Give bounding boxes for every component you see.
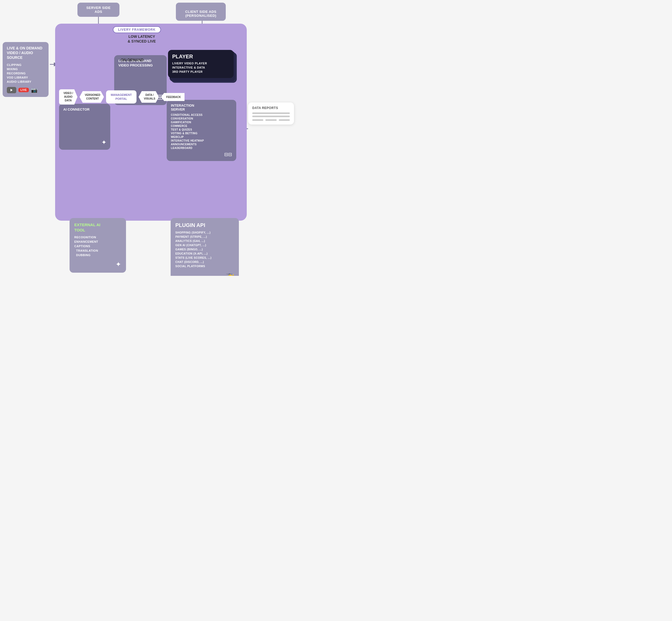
source-item-mixing: MIXING — [7, 68, 44, 71]
interaction-item-2: CONVERSATION — [171, 117, 232, 120]
interaction-item-10: LEADERBOARD — [171, 147, 232, 150]
plugin-item-5: GAMES (BINGO, ...) — [175, 248, 234, 251]
camera-icon: 📷 — [31, 87, 38, 93]
plugin-item-4: GEN AI (CHATGPT, ...) — [175, 244, 234, 247]
player-box: PLAYER LIVERY VIDEO PLAYER INTERACTIVE &… — [168, 50, 234, 78]
source-title: LIVE & ON DEMANDVIDEO / AUDIOSOURCE — [7, 46, 44, 60]
banner-row: VIDEO /AUDIODATA VERSIONEDCONTENT MANAGE… — [59, 89, 184, 105]
interaction-server-title: INTERACTIONSERVER — [171, 104, 232, 111]
interaction-item-6: VOTING & BETTING — [171, 132, 232, 135]
ai-connector-title: AI CONNECTOR — [63, 108, 106, 111]
client-side-ads-box: CLIENT SIDE ADS(PERSONALISED) — [176, 3, 226, 21]
external-ai-item-2: ENHANCEMENT — [74, 240, 121, 243]
plugin-item-7: STATS (LIVE SCORES, ...) — [175, 256, 234, 259]
drone-icon: 🚁 — [175, 271, 234, 276]
latency-label: LOW LATENCY& SYNCED LIVE — [121, 34, 163, 44]
diagram-root: SERVER SIDE ADS CLIENT SIDE ADS(PERSONAL… — [0, 0, 299, 276]
management-portal-banner: MANAGEMENTPORTAL — [106, 90, 136, 104]
plugin-item-1: SHOPPING (SHOPIFY, ...) — [175, 231, 234, 234]
report-line-short-2 — [265, 119, 276, 121]
report-line-2 — [252, 116, 290, 117]
interaction-item-5: TEST & QUIZES — [171, 128, 232, 131]
player-item-2: INTERACTIVE & DATA — [172, 66, 229, 69]
server-icon: ⊟⊟ — [171, 152, 232, 157]
external-ai-title: EXTERNAL AITOOL — [74, 222, 121, 233]
ai-connector-box: AI CONNECTOR ✦ — [59, 104, 110, 150]
data-visuals-banner: DATA /VISUALS — [139, 91, 159, 103]
report-line-1 — [252, 113, 290, 114]
plugin-api-box: PLUGIN API SHOPPING (SHOPIFY, ...) PAYME… — [171, 218, 239, 276]
main-purple-container: LIVE & ON DEMANDVIDEO PROCESSING ⊞ LOW L… — [55, 24, 247, 221]
player-item-3: 3RD PARTY PLAYER — [172, 70, 229, 73]
interaction-item-4: COMMERCE — [171, 125, 232, 127]
external-ai-sparkle-icon: ✦ — [74, 260, 121, 268]
source-item-recording: RECORDING — [7, 72, 44, 75]
server-side-ads-label: SERVER SIDE ADS — [86, 6, 111, 14]
external-ai-item-3: CAPTIONS — [74, 245, 121, 248]
plugin-item-8: CHAT (DISCORD, ...) — [175, 260, 234, 263]
livery-framework-label: LIVERY FRAMEWORK — [113, 26, 161, 33]
report-line-short-1 — [252, 119, 263, 121]
interaction-server-box: INTERACTIONSERVER CONDITIONAL ACCESS CON… — [167, 100, 236, 161]
external-ai-item-1: RECOGNITION — [74, 236, 121, 239]
plugin-item-3: ANALYTICS (GA4, ...) — [175, 239, 234, 243]
ai-sparkle-icon: ✦ — [101, 139, 106, 146]
source-box: LIVE & ON DEMANDVIDEO / AUDIOSOURCE CLIP… — [3, 42, 49, 97]
live-badge: LIVE — [18, 88, 29, 92]
interaction-item-7: WEBCLIP — [171, 135, 232, 138]
plugin-api-title: PLUGIN API — [175, 222, 234, 228]
play-button-icon — [7, 87, 16, 93]
interaction-item-3: GAMIFICATION — [171, 121, 232, 124]
client-side-ads-label: CLIENT SIDE ADS(PERSONALISED) — [185, 10, 217, 17]
data-reports-box: DATA REPORTS — [248, 102, 294, 125]
plugin-item-2: PAYMENT (STRIPE, ...) — [175, 235, 234, 238]
server-side-ads-box: SERVER SIDE ADS — [78, 3, 120, 17]
source-item-clipping: CLIPPING — [7, 63, 44, 67]
interaction-item-1: CONDITIONAL ACCESS — [171, 114, 232, 116]
plugin-item-9: SOCIAL PLATFORMS — [175, 264, 234, 268]
versioned-content-banner: VERSIONEDCONTENT — [80, 91, 104, 103]
player-item-1: LIVERY VIDEO PLAYER — [172, 62, 229, 65]
report-line-short-3 — [279, 119, 290, 121]
data-reports-title: DATA REPORTS — [252, 106, 290, 110]
external-ai-item-4: TRANSLATION — [74, 249, 121, 252]
ondemand-label: ON-DEMAND — [121, 58, 158, 62]
source-item-vod: VOD LIBRARY — [7, 76, 44, 79]
interaction-item-9: ANNOUNCEMENTS — [171, 143, 232, 146]
interaction-item-8: INTERACTIVE HEATMAP — [171, 139, 232, 142]
report-lines-row — [252, 119, 290, 121]
external-ai-item-5: DUBBING — [74, 253, 121, 257]
svg-marker-16 — [10, 89, 13, 91]
plugin-item-6: EDUCATION (X-API, ...) — [175, 252, 234, 255]
external-ai-box: EXTERNAL AITOOL RECOGNITION ENHANCEMENT … — [70, 218, 126, 273]
video-audio-data-banner: VIDEO /AUDIODATA — [59, 89, 78, 105]
source-item-audio: AUDIO LIBRARY — [7, 80, 44, 83]
player-title: PLAYER — [172, 53, 229, 59]
feedback-banner: FEEDBACK — [161, 93, 184, 101]
